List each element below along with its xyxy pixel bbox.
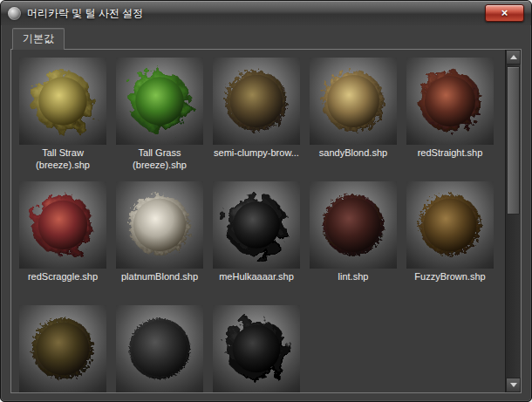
preset-thumbnail [116, 58, 203, 145]
scrollbar-thumb[interactable] [507, 66, 520, 215]
close-button[interactable]: × [485, 4, 524, 22]
preset-thumbnail [213, 58, 300, 145]
preset-thumbnail [213, 305, 300, 392]
preset-thumbnail [406, 181, 494, 269]
tab-default[interactable]: 기본값 [12, 28, 65, 50]
fur-ball [213, 305, 300, 392]
preset-thumbnail [19, 181, 106, 269]
fur-ball [19, 181, 106, 269]
preset-item[interactable]: redScraggle.shp [19, 181, 106, 295]
preset-thumbnail [213, 181, 300, 269]
scrollbar-track[interactable] [506, 65, 521, 378]
scrollbar[interactable] [505, 50, 521, 392]
preset-item[interactable]: Tall Straw (breeze).shp [19, 58, 106, 171]
fur-ball [116, 305, 203, 392]
preset-grid: Tall Straw (breeze).shp Tall Grass (bree… [11, 50, 505, 392]
tab-bar: 기본값 [10, 30, 522, 49]
preset-thumbnail [406, 58, 494, 145]
window-body: 기본값 Tall Straw (breeze).shp Tall Grass (… [1, 30, 531, 393]
preset-item[interactable]: meHulkaaaar.shp [213, 181, 300, 295]
window-icon[interactable] [8, 7, 21, 20]
preset-item[interactable]: lint.shp [310, 181, 397, 295]
preset-label: Tall Grass (breeze).shp [116, 147, 203, 171]
fur-ball [406, 58, 494, 145]
preset-item[interactable]: platnumBlond.shp [116, 181, 203, 295]
preset-label: platnumBlond.shp [116, 271, 203, 295]
fur-ball [213, 58, 300, 145]
preset-item[interactable]: Tall Grass (breeze).shp [116, 58, 203, 171]
preset-label: sandyBlond.shp [310, 147, 397, 171]
preset-label: redScraggle.shp [19, 271, 106, 295]
arrow-up-icon [510, 55, 517, 59]
fur-ball [310, 58, 397, 145]
screen: 머리카락 및 털 사전 설정 × 기본값 Tall Straw (breeze)… [0, 0, 532, 402]
preset-thumbnail [310, 181, 397, 269]
scroll-down-button[interactable] [506, 378, 521, 392]
preset-item[interactable] [116, 305, 203, 392]
fur-ball [19, 305, 106, 392]
arrow-down-icon [510, 383, 517, 387]
dialog-window: 머리카락 및 털 사전 설정 × 기본값 Tall Straw (breeze)… [0, 0, 532, 402]
fur-ball [310, 181, 397, 269]
preset-item[interactable] [19, 305, 106, 392]
preset-thumbnail [310, 58, 397, 145]
preset-thumbnail [19, 305, 106, 392]
preset-thumbnail [19, 58, 106, 145]
title-bar[interactable]: 머리카락 및 털 사전 설정 × [1, 1, 531, 25]
fur-ball [406, 181, 494, 269]
fur-ball [19, 58, 106, 145]
preset-label: semi-clumpy-brow... [213, 147, 300, 171]
fur-ball [116, 58, 203, 145]
preset-thumbnail [116, 181, 203, 269]
preset-item[interactable]: FuzzyBrown.shp [406, 181, 494, 295]
preset-item[interactable]: semi-clumpy-brow... [213, 58, 300, 171]
presets-panel: Tall Straw (breeze).shp Tall Grass (bree… [10, 49, 522, 393]
preset-label: FuzzyBrown.shp [406, 271, 494, 295]
preset-label: meHulkaaaar.shp [213, 271, 300, 295]
scroll-up-button[interactable] [506, 50, 521, 65]
window-title: 머리카락 및 털 사전 설정 [27, 6, 143, 21]
preset-label: lint.shp [310, 271, 397, 295]
fur-ball [116, 181, 203, 269]
close-icon: × [501, 7, 508, 18]
preset-label: Tall Straw (breeze).shp [19, 147, 106, 171]
preset-item[interactable]: sandyBlond.shp [310, 58, 397, 171]
fur-ball [213, 181, 300, 269]
preset-thumbnail [116, 305, 203, 392]
preset-item[interactable]: redStraight.shp [406, 58, 494, 171]
preset-label: redStraight.shp [406, 147, 494, 171]
preset-item[interactable] [213, 305, 300, 392]
